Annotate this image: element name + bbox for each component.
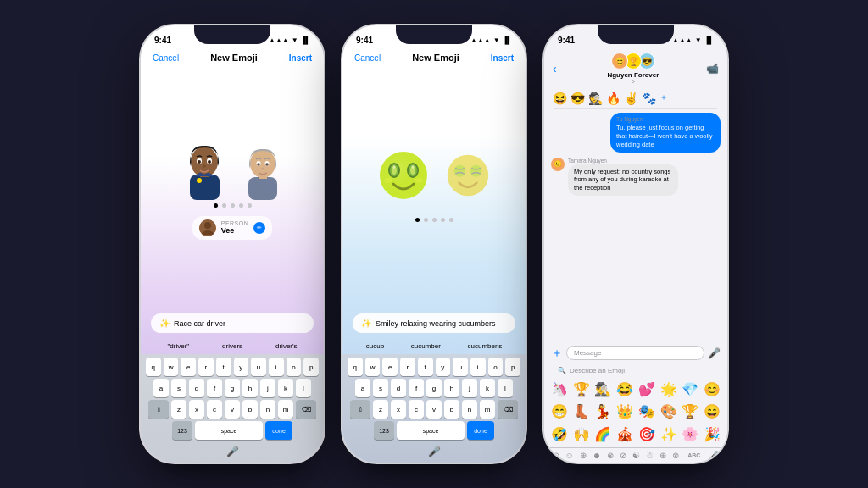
input-text-2[interactable]: Smiley relaxing wearing cucumbers: [376, 319, 507, 328]
reaction-5[interactable]: ✌️: [624, 92, 638, 105]
emoji-search-row[interactable]: 🔍 Describe an Emoji: [551, 364, 721, 377]
key2-a[interactable]: a: [355, 379, 370, 397]
tool-5[interactable]: ⊗: [607, 451, 614, 460]
key2-o[interactable]: o: [488, 358, 504, 376]
back-button[interactable]: ‹: [553, 62, 557, 75]
key-k[interactable]: k: [278, 379, 293, 397]
mic-emoji-btn[interactable]: 🎤: [709, 451, 719, 460]
text-input-1[interactable]: ✨ Race car driver: [151, 313, 314, 333]
add-reaction-btn[interactable]: ＋: [659, 92, 668, 105]
memoji-1[interactable]: [181, 141, 228, 200]
key-v[interactable]: v: [225, 400, 240, 419]
key-n[interactable]: n: [260, 400, 275, 419]
suggestion-1-2[interactable]: drivers: [219, 341, 246, 352]
key2-h[interactable]: h: [444, 379, 459, 397]
key-d[interactable]: d: [189, 379, 204, 397]
suggestion-2-2[interactable]: cucumber: [408, 341, 444, 352]
num-key-2[interactable]: 123: [374, 421, 394, 440]
tool-9[interactable]: ⊕: [659, 451, 666, 460]
key2-k[interactable]: k: [480, 379, 495, 397]
suggestion-2-3[interactable]: cucumber's: [465, 341, 506, 352]
mic-icon-1[interactable]: 🎤: [226, 446, 239, 458]
key-j[interactable]: j: [260, 379, 275, 397]
key-b[interactable]: b: [242, 400, 258, 419]
key2-g[interactable]: g: [426, 379, 442, 397]
key2-f[interactable]: f: [409, 379, 424, 397]
abc-button[interactable]: ABC: [685, 451, 703, 460]
shift-key-2[interactable]: ⇧: [350, 400, 370, 419]
cancel-btn-2[interactable]: Cancel: [354, 53, 381, 63]
message-input[interactable]: Message: [566, 346, 704, 360]
key-q[interactable]: q: [146, 358, 161, 376]
eg-2[interactable]: 🏆: [571, 380, 592, 399]
key-y[interactable]: y: [234, 358, 249, 376]
eg-23[interactable]: 🌸: [681, 425, 701, 444]
key-w[interactable]: w: [164, 358, 179, 376]
person-badge[interactable]: PERSON Vee ✏: [192, 216, 273, 240]
key2-e[interactable]: e: [382, 358, 398, 376]
key2-z[interactable]: z: [373, 400, 388, 419]
key2-w[interactable]: w: [365, 358, 381, 376]
mic-icon-2[interactable]: 🎤: [428, 446, 441, 458]
eg-18[interactable]: 🙌: [571, 425, 592, 444]
key2-d[interactable]: d: [391, 379, 406, 397]
suggestion-1-3[interactable]: driver's: [272, 341, 301, 352]
reaction-3[interactable]: 🕵️: [588, 92, 603, 105]
key-a[interactable]: a: [153, 379, 169, 397]
group-info[interactable]: 😊 🏆 😎 Nguyen Forever >: [560, 53, 706, 85]
key2-p[interactable]: p: [505, 358, 520, 376]
eg-4[interactable]: 😂: [615, 380, 635, 399]
reaction-4[interactable]: 🔥: [606, 92, 620, 105]
delete-key-2[interactable]: ⌫: [498, 400, 518, 419]
key-f[interactable]: f: [207, 379, 222, 397]
key-z[interactable]: z: [171, 400, 186, 419]
suggestion-2-1[interactable]: cucub: [363, 341, 387, 352]
eg-10[interactable]: 👢: [571, 402, 592, 421]
cucumber-emoji-main[interactable]: [378, 150, 429, 208]
key2-j[interactable]: j: [462, 379, 477, 397]
reaction-6[interactable]: 🐾: [642, 92, 656, 105]
key2-c[interactable]: c: [409, 400, 424, 419]
eg-15[interactable]: 🏆: [681, 402, 701, 421]
key-g[interactable]: g: [225, 379, 240, 397]
eg-7[interactable]: 💎: [681, 380, 701, 399]
key2-m[interactable]: m: [480, 400, 495, 419]
suggestion-1-1[interactable]: "driver": [164, 341, 192, 352]
eg-9[interactable]: 😁: [549, 402, 570, 421]
mic-btn-3[interactable]: 🎤: [708, 347, 721, 359]
eg-19[interactable]: 🌈: [593, 425, 614, 444]
edit-icon[interactable]: ✏: [253, 222, 265, 234]
key2-s[interactable]: s: [373, 379, 388, 397]
tool-10[interactable]: ⊗: [672, 451, 679, 460]
key-r[interactable]: r: [198, 358, 214, 376]
done-key-2[interactable]: done: [467, 421, 494, 440]
eg-14[interactable]: 🎨: [659, 402, 679, 421]
tool-1[interactable]: ⊙: [553, 451, 559, 460]
cucumber-emoji-alt[interactable]: [446, 153, 490, 203]
eg-8[interactable]: 😊: [702, 380, 722, 399]
tool-7[interactable]: ☯: [632, 451, 640, 460]
tool-4[interactable]: ☻: [593, 451, 602, 460]
tool-6[interactable]: ⊘: [620, 451, 626, 460]
eg-3[interactable]: 🕵️‍♂️: [593, 380, 614, 399]
key-s[interactable]: s: [171, 379, 186, 397]
eg-6[interactable]: 🌟: [659, 380, 679, 399]
insert-btn-1[interactable]: Insert: [289, 53, 312, 63]
key-i[interactable]: i: [269, 358, 284, 376]
eg-22[interactable]: ✨: [659, 425, 679, 444]
key2-r[interactable]: r: [400, 358, 415, 376]
eg-20[interactable]: 🎪: [615, 425, 635, 444]
memoji-2[interactable]: [242, 145, 284, 200]
num-key-1[interactable]: 123: [172, 421, 192, 440]
eg-13[interactable]: 🎭: [637, 402, 657, 421]
tool-2[interactable]: ☺: [565, 451, 574, 460]
eg-12[interactable]: 👑: [615, 402, 635, 421]
eg-11[interactable]: 💃: [593, 402, 614, 421]
eg-24[interactable]: 🎉: [702, 425, 722, 444]
space-key-2[interactable]: space: [397, 421, 465, 440]
shift-key-1[interactable]: ⇧: [148, 400, 169, 419]
done-key-1[interactable]: done: [265, 421, 292, 440]
key-e[interactable]: e: [181, 358, 196, 376]
tool-8[interactable]: ☃: [646, 451, 654, 460]
key2-t[interactable]: t: [418, 358, 433, 376]
